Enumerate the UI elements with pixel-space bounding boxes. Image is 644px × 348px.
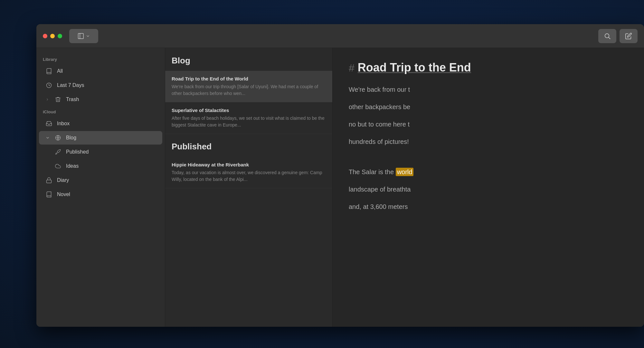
trash-icon: [54, 96, 62, 103]
note-card-hippie-hideaway-preview: Today, as our vacation is almost over, w…: [172, 169, 326, 183]
editor-para-1: We're back from our t: [349, 84, 628, 95]
highlight-word: world: [396, 168, 414, 176]
sidebar-item-published[interactable]: Published: [39, 145, 162, 159]
cloud-icon: [54, 163, 62, 170]
chevron-right-icon: [45, 98, 49, 101]
svg-point-2: [605, 33, 609, 38]
note-card-hippie-hideaway[interactable]: Hippie Hideaway at the Riverbank Today, …: [165, 157, 332, 188]
note-card-road-trip-title: Road Trip to the End of the World: [172, 76, 326, 81]
svg-line-3: [609, 37, 610, 39]
book2-icon: [45, 191, 52, 198]
heading-hash: #: [349, 62, 355, 74]
book-icon: [45, 68, 52, 75]
blog-section-header: Blog: [165, 48, 332, 71]
minimize-button[interactable]: [50, 34, 55, 38]
editor-heading: # Road Trip to the End: [349, 61, 628, 74]
sidebar-icon: [77, 33, 84, 40]
note-card-hippie-hideaway-title: Hippie Hideaway at the Riverbank: [172, 162, 326, 167]
editor-para-3: no but to come here t: [349, 119, 628, 130]
sidebar-item-last7days[interactable]: Last 7 Days: [39, 79, 162, 92]
sidebar-item-published-label: Published: [66, 149, 89, 155]
editor-para-5: The Salar is the world: [349, 166, 628, 177]
sidebar-item-all-label: All: [57, 68, 63, 74]
sidebar-item-novel[interactable]: Novel: [39, 188, 162, 201]
sidebar-item-blog[interactable]: Blog: [39, 131, 162, 145]
note-card-stalactites-preview: After five days of beach holidays, we se…: [172, 115, 326, 128]
chevron-down-icon: [86, 34, 90, 38]
sidebar: Library All Last 7 Days: [36, 48, 165, 327]
note-card-stalactites[interactable]: Superlative of Stalactites After five da…: [165, 102, 332, 134]
editor-para-6: landscape of breathta: [349, 184, 628, 195]
lock-icon: [45, 177, 52, 184]
editor-para-7: and, at 3,600 meters: [349, 201, 628, 212]
app-window: Library All Last 7 Days: [36, 24, 644, 327]
note-card-stalactites-title: Superlative of Stalactites: [172, 108, 326, 113]
rocket-icon: [54, 148, 62, 155]
sidebar-item-trash[interactable]: Trash: [39, 93, 162, 106]
editor-para-4: hundreds of pictures!: [349, 136, 628, 147]
compose-icon: [625, 33, 632, 40]
main-content: Library All Last 7 Days: [36, 48, 644, 327]
chevron-down-small-icon: [45, 136, 50, 140]
traffic-lights: [43, 34, 62, 38]
editor-panel: # Road Trip to the End We're back from o…: [333, 48, 644, 327]
sidebar-item-inbox[interactable]: Inbox: [39, 117, 162, 130]
svg-rect-0: [78, 33, 84, 39]
wordpress-icon: [54, 134, 62, 141]
sidebar-item-inbox-label: Inbox: [57, 121, 70, 127]
editor-title: Road Trip to the End: [358, 61, 471, 74]
sidebar-toggle-button[interactable]: [69, 29, 98, 43]
library-section-label: Library: [36, 54, 165, 64]
sidebar-item-diary-label: Diary: [57, 177, 69, 183]
svg-rect-6: [47, 180, 52, 183]
editor-para-2: other backpackers be: [349, 101, 628, 112]
published-section-header: Published: [165, 134, 332, 157]
search-button[interactable]: [598, 29, 616, 43]
sidebar-item-diary[interactable]: Diary: [39, 174, 162, 187]
inbox-icon: [45, 120, 52, 127]
search-icon: [604, 33, 611, 40]
sidebar-item-trash-label: Trash: [66, 97, 79, 102]
sidebar-item-all[interactable]: All: [39, 64, 162, 78]
sidebar-item-last7days-label: Last 7 Days: [57, 82, 84, 88]
icloud-section-label: iCloud: [36, 107, 165, 116]
middle-panel: Blog Road Trip to the End of the World W…: [165, 48, 333, 327]
sidebar-item-ideas-label: Ideas: [66, 163, 79, 169]
note-card-road-trip-preview: We're back from our trip through [Salar …: [172, 83, 326, 97]
sidebar-item-novel-label: Novel: [57, 192, 70, 197]
sidebar-item-ideas[interactable]: Ideas: [39, 159, 162, 173]
sidebar-item-blog-label: Blog: [66, 135, 76, 141]
close-button[interactable]: [43, 34, 47, 38]
maximize-button[interactable]: [58, 34, 62, 38]
clock-icon: [45, 82, 52, 89]
title-bar: [36, 24, 644, 48]
compose-button[interactable]: [620, 29, 638, 43]
note-card-road-trip[interactable]: Road Trip to the End of the World We're …: [165, 71, 332, 102]
